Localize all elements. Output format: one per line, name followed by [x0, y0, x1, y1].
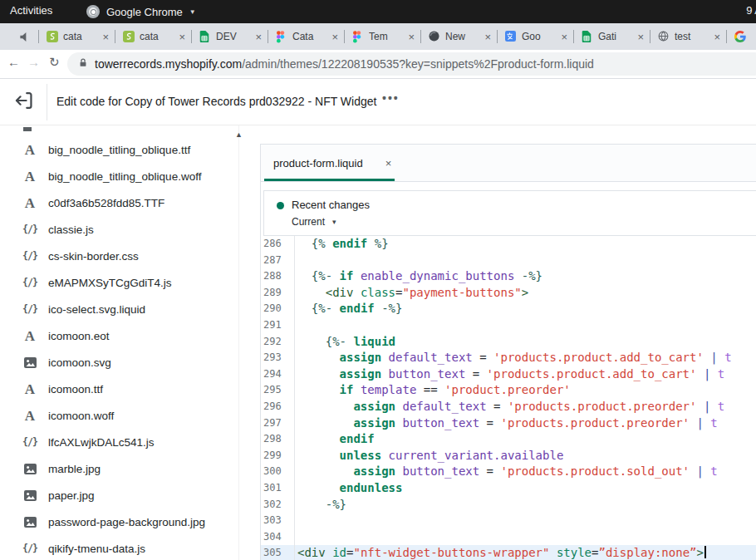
address-bar[interactable]: towerrecords.myshopify.com/admin/themes/… — [67, 52, 756, 76]
sidebar-file-item[interactable]: A big_noodle_titling_oblique.ttf — [0, 136, 246, 163]
speaker-icon[interactable] — [19, 31, 30, 46]
sidebar-file-item[interactable]: paper.jpg — [0, 482, 246, 508]
code-line[interactable]: 293 assign default_text = 'products.prod… — [261, 350, 756, 366]
recent-changes-label: Recent changes — [292, 199, 370, 211]
image-file-icon — [22, 357, 38, 368]
file-name: qikify-tmenu-data.js — [48, 543, 145, 555]
browser-tab-title: cata — [63, 31, 96, 42]
browser-tab[interactable]: cata × — [38, 23, 115, 50]
version-bar: Recent changes Current ▾ — [263, 190, 756, 236]
sidebar-file-item[interactable]: A c0df3a6b528fdd85.TTF — [0, 189, 246, 216]
code-line[interactable]: 303 — [261, 513, 756, 529]
sidebar-file-item[interactable]: password-page-background.jpg — [0, 508, 246, 535]
sidebar-file-item[interactable]: A icomoon.woff — [0, 402, 246, 429]
close-icon[interactable]: × — [407, 31, 415, 43]
code-line[interactable]: 295 if template == 'product.preorder' — [261, 382, 756, 399]
code-line[interactable]: 301 endunless — [261, 480, 756, 497]
browser-tab[interactable]: test × — [650, 23, 726, 50]
code-line[interactable]: 298 endif — [261, 431, 756, 448]
code-line[interactable]: 305<div id="nft-widget-buttons-wrapper" … — [261, 545, 756, 560]
close-icon[interactable]: × — [713, 31, 721, 43]
code-line[interactable]: 300 assign button_text = 'products.produ… — [261, 464, 756, 480]
header-divider — [47, 84, 47, 120]
reload-button[interactable]: ↻ — [49, 55, 60, 70]
code-editor-panel: product-form.liquid × Recent changes Cur… — [260, 144, 756, 560]
chevron-down-icon: ▾ — [332, 218, 336, 226]
chrome-icon — [86, 5, 100, 18]
app-menu[interactable]: Google Chrome ▼ — [86, 0, 196, 23]
code-line[interactable]: 291 — [261, 317, 756, 334]
browser-tab-title: DEV — [216, 31, 249, 42]
code-line[interactable]: 297 assign button_text = 'products.produ… — [261, 415, 756, 432]
forward-button[interactable]: → — [27, 55, 40, 69]
browser-tab[interactable]: DEV × — [191, 23, 268, 50]
line-number: 292 — [261, 334, 295, 351]
sidebar-file-item[interactable]: {/} eMAPMXSyTCgGdiT4.js — [0, 269, 246, 296]
code-text: {% endif %} — [295, 236, 389, 253]
browser-tab[interactable]: Tem × — [344, 23, 420, 50]
sidebar-file-item[interactable]: {/} qikify-tmenu-data.js — [0, 535, 246, 560]
code-text: assign button_text = 'products.product.p… — [295, 415, 718, 432]
code-line[interactable]: 299 unless current_variant.available — [261, 448, 756, 464]
browser-tab[interactable]: Goo × — [497, 23, 573, 50]
browser-tab[interactable]: Cata × — [268, 23, 344, 50]
code-line[interactable]: 296 assign default_text = 'products.prod… — [261, 399, 756, 415]
line-number: 294 — [261, 366, 295, 383]
globe-favicon — [658, 31, 670, 42]
browser-tab[interactable]: × — [726, 23, 756, 50]
line-number: 302 — [261, 497, 295, 513]
line-number: 304 — [261, 529, 295, 546]
code-text: endif — [295, 431, 375, 448]
browser-tab[interactable]: cata × — [115, 23, 191, 50]
sidebar-file-item[interactable]: A icomoon.ttf — [0, 376, 246, 402]
code-text — [295, 253, 297, 269]
code-text: assign default_text = 'products.product.… — [295, 399, 724, 415]
image-file-icon — [22, 517, 38, 528]
code-line[interactable]: 302 -%} — [261, 497, 756, 513]
close-icon[interactable]: × — [560, 31, 568, 43]
activities-button[interactable]: Activities — [10, 4, 52, 17]
sidebar-file-item[interactable]: {/} lfcAXLwjkDALc541.js — [0, 429, 246, 455]
line-number: 300 — [261, 464, 295, 480]
close-icon[interactable]: × — [385, 157, 392, 169]
code-line[interactable]: 292 {%- liquid — [261, 334, 756, 351]
line-number: 297 — [261, 415, 295, 432]
code-line[interactable]: 294 assign button_text = 'products.produ… — [261, 366, 756, 383]
code-line[interactable]: 286 {% endif %} — [261, 236, 756, 253]
lock-icon[interactable] — [78, 56, 88, 71]
close-icon[interactable]: × — [484, 31, 492, 43]
active-tab-underline — [264, 179, 395, 181]
sidebar-file-item[interactable]: {/} classie.js — [0, 216, 246, 243]
code-line[interactable]: 304 — [261, 529, 756, 546]
close-icon[interactable]: × — [636, 31, 645, 43]
sidebar-file-item[interactable]: {/} cs-skin-border.css — [0, 243, 246, 269]
exit-code-editor-button[interactable] — [13, 90, 35, 111]
shopify-favicon — [47, 31, 58, 42]
sidebar-file-item[interactable]: A big_noodle_titling_oblique.woff — [0, 163, 246, 189]
sidebar-file-item[interactable]: marble.jpg — [0, 455, 246, 482]
close-icon[interactable]: × — [331, 31, 339, 43]
more-options-button[interactable]: ••• — [382, 91, 400, 105]
code-line[interactable]: 287 — [261, 253, 756, 269]
close-icon[interactable]: × — [254, 31, 263, 43]
file-name: cs-skin-border.css — [48, 250, 139, 263]
editor-tab-product-form[interactable]: product-form.liquid × — [261, 145, 391, 182]
code-editor[interactable]: 286 {% endif %}287288 {%- if enable_dyna… — [261, 236, 756, 560]
code-line[interactable]: 288 {%- if enable_dynamic_buttons -%} — [261, 268, 756, 285]
code-file-icon: {/} — [22, 303, 38, 315]
version-dropdown[interactable]: Current ▾ — [292, 216, 336, 228]
browser-tab[interactable]: New × — [420, 23, 497, 50]
browser-tab[interactable]: Gati × — [573, 23, 650, 50]
line-number: 290 — [261, 301, 295, 317]
code-line[interactable]: 290 {%- endif -%} — [261, 301, 756, 317]
browser-tab-title: Tem — [369, 31, 402, 42]
scroll-up-arrow[interactable]: ▲ — [235, 130, 243, 139]
sidebar-file-item[interactable]: {/} ico-select.svg.liquid — [0, 296, 246, 322]
code-line[interactable]: 289 <div class="payment-buttons"> — [261, 285, 756, 302]
sidebar-file-item[interactable]: icomoon.svg — [0, 349, 246, 376]
sidebar-file-item[interactable]: A icomoon.eot — [0, 322, 246, 349]
back-button[interactable]: ← — [7, 55, 20, 69]
close-icon[interactable]: × — [101, 31, 110, 43]
line-number: 303 — [261, 513, 295, 529]
close-icon[interactable]: × — [178, 31, 186, 43]
